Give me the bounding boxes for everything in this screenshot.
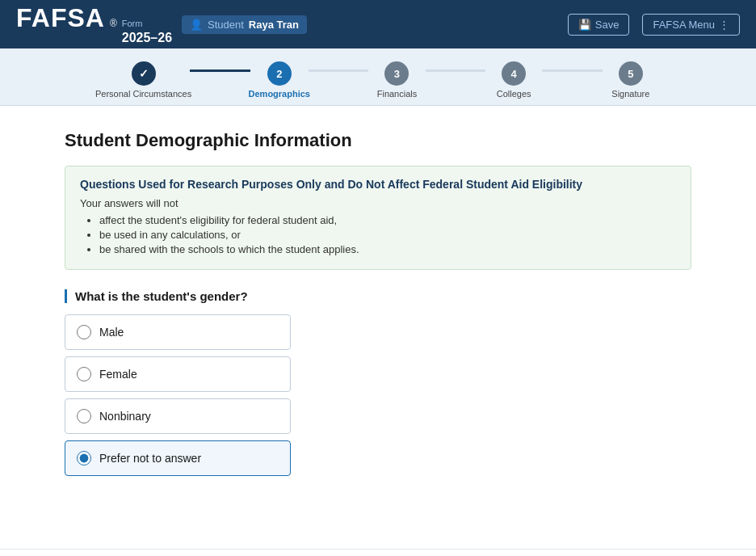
info-bullet-2: be used in any calculations, or <box>99 229 676 241</box>
menu-dots-icon: ⋮ <box>719 19 729 31</box>
option-nonbinary-label: Nonbinary <box>99 410 151 423</box>
student-role-label: Student <box>208 19 244 31</box>
fafsa-menu-button[interactable]: FAFSA Menu ⋮ <box>642 14 740 36</box>
step-1-label: Personal Circumstances <box>95 89 191 99</box>
step-5-circle: 5 <box>619 61 643 86</box>
step-4-circle: 4 <box>502 61 526 86</box>
step-signature: 5 Signature <box>601 61 661 99</box>
radio-female[interactable] <box>77 367 91 381</box>
fafsa-registered: ® <box>110 18 117 29</box>
step-2-label: Demographics <box>249 89 310 99</box>
connector-1-2 <box>190 70 250 72</box>
progress-bar: ✓ Personal Circumstances 2 Demographics … <box>0 48 756 106</box>
header-right: 💾 Save FAFSA Menu ⋮ <box>568 14 740 36</box>
info-bullet-1: affect the student's eligibility for fed… <box>99 214 676 226</box>
info-box: Questions Used for Research Purposes Onl… <box>65 166 691 270</box>
step-demographics: 2 Demographics <box>249 61 310 99</box>
option-female[interactable]: Female <box>65 356 291 392</box>
step-personal-circumstances: ✓ Personal Circumstances <box>95 61 191 99</box>
step-4-label: Colleges <box>497 89 531 99</box>
main-content: Student Demographic Information Question… <box>0 106 756 549</box>
connector-4-5 <box>542 70 602 72</box>
step-3-number: 3 <box>394 68 400 80</box>
info-box-title: Questions Used for Research Purposes Onl… <box>80 178 676 191</box>
page-title: Student Demographic Information <box>65 130 691 151</box>
fafsa-menu-label: FAFSA Menu <box>653 19 715 31</box>
fafsa-logo: FAFSA ® Form 2025–26 <box>16 3 172 44</box>
student-name: Raya Tran <box>249 19 299 31</box>
form-year: Form 2025–26 <box>122 19 172 44</box>
step-colleges: 4 Colleges <box>484 61 544 99</box>
option-female-label: Female <box>99 368 137 381</box>
info-box-intro: Your answers will not <box>80 197 676 209</box>
save-label: Save <box>595 19 620 31</box>
save-icon: 💾 <box>578 19 591 31</box>
connector-2-3 <box>309 70 368 72</box>
student-icon: 👤 <box>190 19 203 31</box>
step-2-circle: 2 <box>267 61 292 86</box>
form-label: Form <box>122 19 172 29</box>
step-4-number: 4 <box>511 68 517 80</box>
step-financials: 3 Financials <box>367 61 426 99</box>
step-2-number: 2 <box>276 68 282 80</box>
app-header: FAFSA ® Form 2025–26 👤 Student Raya Tran… <box>0 0 756 48</box>
info-bullet-3: be shared with the schools to which the … <box>99 243 676 255</box>
step-1-checkmark: ✓ <box>139 67 149 80</box>
header-left: FAFSA ® Form 2025–26 👤 Student Raya Tran <box>16 3 307 44</box>
option-prefer-not-label: Prefer not to answer <box>99 452 201 465</box>
option-nonbinary[interactable]: Nonbinary <box>65 398 291 434</box>
nav-buttons: Previous Continue <box>0 549 756 556</box>
step-5-number: 5 <box>628 68 633 80</box>
connector-3-4 <box>426 70 485 72</box>
radio-nonbinary[interactable] <box>77 409 91 423</box>
gender-question-label: What is the student's gender? <box>65 289 691 303</box>
student-badge: 👤 Student Raya Tran <box>182 15 307 34</box>
fafsa-wordmark: FAFSA <box>16 3 105 33</box>
steps-container: ✓ Personal Circumstances 2 Demographics … <box>95 61 661 99</box>
form-year-value: 2025–26 <box>122 30 172 45</box>
radio-male[interactable] <box>77 325 91 339</box>
info-box-bullets: affect the student's eligibility for fed… <box>99 214 676 255</box>
gender-question-section: What is the student's gender? Male Femal… <box>65 289 691 476</box>
radio-prefer-not[interactable] <box>77 451 91 465</box>
option-male[interactable]: Male <box>65 314 291 350</box>
step-3-circle: 3 <box>384 61 409 86</box>
save-button[interactable]: 💾 Save <box>568 14 630 36</box>
option-prefer-not[interactable]: Prefer not to answer <box>65 440 291 476</box>
step-5-label: Signature <box>611 89 649 99</box>
step-1-circle: ✓ <box>132 61 156 86</box>
option-male-label: Male <box>99 326 124 339</box>
step-3-label: Financials <box>377 89 418 99</box>
